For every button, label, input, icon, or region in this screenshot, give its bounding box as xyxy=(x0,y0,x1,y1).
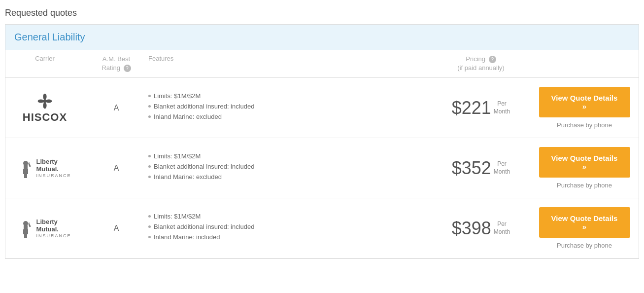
hiscox-logo: HISCOX xyxy=(23,92,67,124)
svg-rect-7 xyxy=(24,165,28,170)
svg-rect-10 xyxy=(29,162,30,164)
table-row: Liberty Mutual. Insurance A Limits: $1M/… xyxy=(5,138,639,198)
page-wrapper: Requested quotes General Liability Carri… xyxy=(0,0,644,264)
col-header-carrier: Carrier xyxy=(5,55,84,73)
svg-point-3 xyxy=(43,103,46,109)
liberty-icon xyxy=(18,158,33,178)
features-cell: Limits: $1M/$2M Blanket additional insur… xyxy=(148,92,432,123)
pricing-cell: $398 PerMonth xyxy=(432,218,530,239)
feature-bullet xyxy=(148,165,151,168)
feature-item: Blanket additional insured: included xyxy=(148,223,427,230)
col-header-pricing: Pricing ? (if paid annually) xyxy=(432,55,530,73)
feature-bullet xyxy=(148,215,151,218)
col-header-features: Features xyxy=(148,55,432,73)
svg-point-8 xyxy=(23,161,28,166)
feature-item: Blanket additional insured: included xyxy=(148,103,427,110)
table-row: HISCOX A Limits: $1M/$2M Blanket additio… xyxy=(5,78,639,138)
svg-point-2 xyxy=(46,99,52,103)
purchase-by-phone: Purchase by phone xyxy=(557,242,612,249)
view-quote-button[interactable]: View Quote Details » xyxy=(539,207,630,238)
action-cell: View Quote Details » Purchase by phone xyxy=(530,207,639,249)
view-quote-button[interactable]: View Quote Details » xyxy=(539,147,630,178)
feature-bullet xyxy=(148,176,151,178)
col-header-rating: A.M. BestRating ? xyxy=(84,55,148,73)
feature-item: Blanket additional insured: included xyxy=(148,163,427,170)
svg-rect-16 xyxy=(29,222,30,224)
feature-item: Inland Marine: included xyxy=(148,233,427,241)
liberty-logo: Liberty Mutual. Insurance xyxy=(18,158,71,179)
view-quote-button[interactable]: View Quote Details » xyxy=(539,87,630,117)
feature-bullet xyxy=(148,155,151,157)
pricing-cell: $352 PerMonth xyxy=(432,158,530,179)
pricing-cell: $221 PerMonth xyxy=(432,98,530,118)
svg-point-14 xyxy=(23,221,28,226)
carrier-cell-liberty: Liberty Mutual. Insurance xyxy=(5,158,84,179)
liberty-text: Liberty Mutual. Insurance xyxy=(36,218,71,239)
column-headers: Carrier A.M. BestRating ? Features Prici… xyxy=(5,50,639,78)
carrier-cell-liberty2: Liberty Mutual. Insurance xyxy=(5,218,84,239)
feature-item: Inland Marine: excluded xyxy=(148,173,427,181)
feature-item: Limits: $1M/$2M xyxy=(148,213,427,220)
rating-cell: A xyxy=(84,104,148,112)
liberty-text: Liberty Mutual. Insurance xyxy=(36,158,71,179)
liberty-logo: Liberty Mutual. Insurance xyxy=(18,218,71,239)
action-cell: View Quote Details » Purchase by phone xyxy=(530,147,639,189)
section-header: General Liability xyxy=(5,25,639,50)
liberty-icon xyxy=(18,219,33,238)
features-cell: Limits: $1M/$2M Blanket additional insur… xyxy=(148,152,432,183)
feature-bullet xyxy=(148,115,151,118)
purchase-by-phone: Purchase by phone xyxy=(557,182,612,189)
hiscox-icon xyxy=(36,92,54,110)
pricing-help-icon[interactable]: ? xyxy=(489,56,496,63)
rating-cell: A xyxy=(84,224,148,233)
features-cell: Limits: $1M/$2M Blanket additional insur… xyxy=(148,213,432,244)
feature-bullet xyxy=(148,225,151,228)
svg-rect-13 xyxy=(24,225,28,230)
hiscox-text: HISCOX xyxy=(23,111,67,124)
carrier-cell-hiscox: HISCOX xyxy=(5,92,84,124)
svg-point-4 xyxy=(43,99,46,103)
svg-point-0 xyxy=(43,94,46,100)
feature-item: Limits: $1M/$2M xyxy=(148,152,427,160)
rating-cell: A xyxy=(84,164,148,173)
col-header-action xyxy=(530,55,639,73)
svg-point-1 xyxy=(38,99,44,103)
rating-help-icon[interactable]: ? xyxy=(124,65,131,72)
quote-table: General Liability Carrier A.M. BestRatin… xyxy=(5,24,639,259)
page-title: Requested quotes xyxy=(5,8,639,18)
table-row: Liberty Mutual. Insurance A Limits: $1M/… xyxy=(5,198,639,258)
action-cell: View Quote Details » Purchase by phone xyxy=(530,87,639,129)
feature-item: Limits: $1M/$2M xyxy=(148,92,427,100)
purchase-by-phone: Purchase by phone xyxy=(557,121,612,129)
feature-item: Inland Marine: excluded xyxy=(148,113,427,120)
feature-bullet xyxy=(148,105,151,108)
feature-bullet xyxy=(148,95,151,97)
feature-bullet xyxy=(148,236,151,238)
